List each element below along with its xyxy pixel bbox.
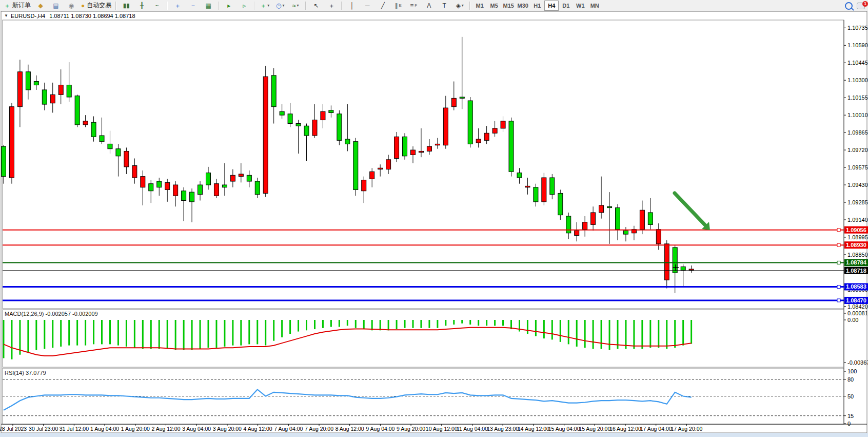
y-axis-tick-label: 1.10590: [847, 42, 868, 48]
add-group: ＋▾◷▾≈▾: [257, 0, 303, 11]
timeframe-M15[interactable]: M15: [501, 1, 516, 11]
time-axis-label: 4 Aug 12:00: [244, 426, 272, 432]
time-axis-label: 2 Aug 12:00: [151, 426, 180, 432]
time-axis-label: 1 Aug 20:00: [121, 426, 150, 432]
support-line-blue-2-handle[interactable]: [837, 299, 840, 302]
tile-windows-button[interactable]: ▦: [201, 0, 216, 11]
search-icon[interactable]: [845, 2, 853, 10]
y-axis-tick-label: 1.09285: [847, 199, 868, 205]
candle: [525, 186, 530, 187]
line-chart-button[interactable]: ~: [149, 0, 165, 11]
support-line-blue-2-price-tag-label: 1.08470: [846, 297, 866, 303]
fibonacci-button[interactable]: ≡F: [406, 0, 421, 11]
y-axis-tick-label: 1.09865: [847, 129, 868, 136]
signal-button[interactable]: ◉: [64, 0, 79, 11]
candle: [247, 175, 251, 181]
resistance-line-1-handle[interactable]: [837, 229, 840, 232]
candle: [656, 230, 661, 244]
printer-icon: ▤: [53, 3, 58, 9]
candle: [26, 72, 30, 90]
equidistant-channel-icon: ∥: [395, 3, 398, 9]
timeframe-D1[interactable]: D1: [559, 1, 573, 11]
fibonacci-icon-sub: F: [415, 3, 417, 8]
support-line-green-handle[interactable]: [837, 261, 840, 264]
auto-scroll-button[interactable]: ▸: [221, 0, 236, 11]
candle-chart-button[interactable]: ╂: [134, 0, 149, 11]
arrows-icon: ◈: [456, 3, 461, 9]
bar-chart-button[interactable]: ▮▮: [119, 0, 134, 11]
seal-button[interactable]: ◆: [33, 0, 48, 11]
zoom-out-button[interactable]: −: [185, 0, 201, 11]
cursor-group: ↖＋: [308, 0, 339, 11]
candle: [345, 139, 350, 144]
vertical-line-button[interactable]: │: [344, 0, 360, 11]
time-axis-label: 17 Aug 20:00: [670, 426, 702, 432]
chart-shift-button[interactable]: ▹: [236, 0, 252, 11]
zoom-group: ＋−▦: [170, 0, 216, 11]
new-order-button[interactable]: ＋新订单: [2, 0, 33, 11]
clock-icon: ◷: [276, 3, 281, 9]
candle: [263, 77, 268, 193]
candle: [239, 174, 243, 177]
candle-chart-icon: ╂: [140, 3, 144, 9]
y-axis-tick-label: 1.10010: [847, 112, 868, 118]
candle: [362, 180, 366, 191]
chevron-down-icon: ▾: [462, 3, 464, 8]
fibonacci-icon: ≡: [410, 3, 413, 9]
timeframe-H1[interactable]: H1: [530, 1, 544, 11]
timeframe-H4[interactable]: H4: [544, 1, 559, 11]
current-price-line-price-tag-label: 1.08718: [846, 268, 866, 274]
candle: [190, 192, 194, 202]
y-axis-tick-label: 1.09575: [847, 164, 868, 170]
cursor-arrow-icon: ↖: [313, 3, 319, 9]
candle: [451, 98, 456, 106]
timeframe-M1[interactable]: M1: [472, 1, 487, 11]
candle: [58, 85, 63, 95]
cursor-button[interactable]: ↖: [308, 0, 324, 11]
candle: [100, 136, 104, 142]
toolbar-separator: [341, 2, 342, 10]
arrows-dropdown[interactable]: ◈▾: [452, 0, 467, 11]
timeframe-M30[interactable]: M30: [516, 1, 530, 11]
y-axis-tick-label: 1.10155: [847, 94, 868, 101]
candle: [689, 269, 694, 270]
crosshair-button[interactable]: ＋: [324, 0, 339, 11]
candle: [599, 205, 604, 213]
timeframe-W1[interactable]: W1: [573, 1, 587, 11]
macd-axis-label: 0.000818: [847, 310, 868, 316]
channel-button[interactable]: ∥E: [390, 0, 406, 11]
horizontal-line-button[interactable]: ─: [360, 0, 375, 11]
new-chart-dropdown[interactable]: ＋▾: [257, 0, 272, 11]
candle: [378, 168, 383, 169]
timeframe-M5[interactable]: M5: [487, 1, 501, 11]
y-axis-tick-label: 1.08850: [847, 252, 868, 258]
indicators-dropdown[interactable]: ≈▾: [288, 0, 303, 11]
candle: [394, 137, 399, 158]
candle: [616, 208, 620, 230]
candle: [427, 146, 431, 151]
notifications-icon[interactable]: 1: [857, 3, 865, 9]
rsi-axis-label: 100: [847, 368, 857, 374]
chart-type-group: ▮▮╂~: [119, 0, 165, 11]
timeframe-MN[interactable]: MN: [587, 1, 602, 11]
candle: [501, 121, 505, 128]
resistance-line-2-price-tag-label: 1.08930: [846, 242, 866, 248]
chart-print-button[interactable]: ▤: [48, 0, 64, 11]
timeframe-group: M1M5M15M30H1H4D1W1MN: [472, 0, 602, 11]
chevron-down-icon[interactable]: ▼: [4, 13, 8, 18]
bar-chart-icon: ▮▮: [123, 3, 130, 9]
text-button[interactable]: A: [421, 0, 437, 11]
support-line-blue-1-handle[interactable]: [837, 285, 840, 288]
time-axis-label: 9 Aug 04:00: [366, 426, 394, 432]
period-dropdown[interactable]: ◷▾: [272, 0, 288, 11]
text-label-button[interactable]: T: [437, 0, 452, 11]
candle: [108, 144, 112, 148]
candle: [550, 178, 555, 195]
candle: [337, 114, 342, 141]
candle: [17, 72, 22, 107]
autotrade-button[interactable]: ●自动交易: [79, 0, 113, 11]
resistance-line-2-handle[interactable]: [837, 243, 840, 246]
zoom-in-button[interactable]: ＋: [170, 0, 185, 11]
trendline-button[interactable]: ╱: [375, 0, 390, 11]
zoom-out-icon: −: [191, 3, 195, 9]
